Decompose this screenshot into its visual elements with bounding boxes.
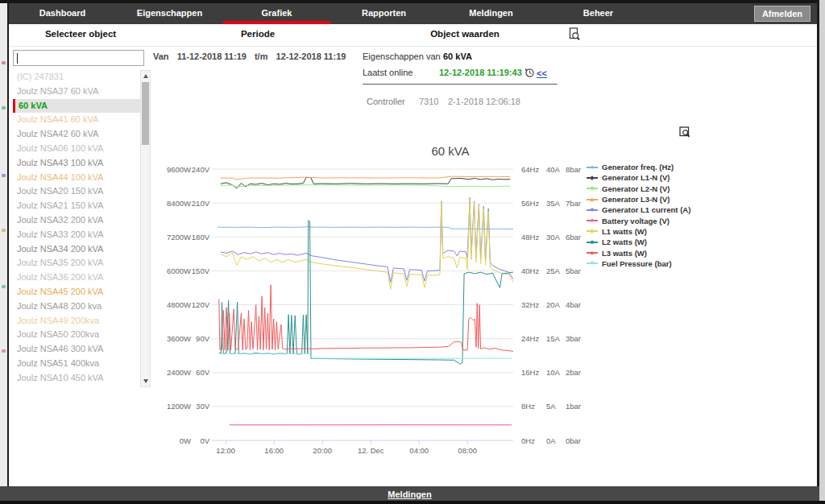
legend-label: L3 watts (W) [602,249,647,258]
object-waarden-divider [363,84,558,85]
text-caret [17,53,18,64]
search-input[interactable] [13,50,144,66]
y-axis-label-bar: 2bar [566,368,581,377]
y-axis-label-Hz: 48Hz [521,233,539,242]
object-list-item[interactable]: Joulz NSA42 60 kVA [13,127,140,142]
object-list-item[interactable]: Joulz NSA32 200 kVA [13,213,140,228]
legend-item[interactable]: ■Generator L2-N (V) [587,184,690,194]
legend-item[interactable]: ▼Generator L1 current (A) [587,204,690,215]
controller-date: 2-1-2018 12:06:18 [448,97,520,106]
object-list-item[interactable]: Joulz NSA45 200 kVA [13,285,140,300]
triangle-marker-icon: ▲ [587,199,598,200]
y-axis-label-Hz: 0Hz [521,436,535,445]
generator-chart[interactable]: 9600W240V64Hz40A8bar8400W210V56Hz35A7bar… [157,143,584,465]
history-back-link[interactable]: << [537,68,547,78]
object-list-item[interactable]: Joulz NSA37 60 kVA [13,85,140,99]
object-list-item[interactable]: Joulz NSA51 400kva [13,357,140,371]
object-list-item[interactable]: Joulz NSA21 150 kVA [13,199,140,213]
laatst-online-label: Laatst online [363,68,412,77]
object-list-item[interactable]: Joulz NSA41 60 kVA [13,113,140,127]
legend-label: Generator L3-N (V) [602,195,670,204]
object-list-item[interactable]: Joulz NSA06 100 kVA [13,142,140,156]
legend-label: Fuel Pressure (bar) [602,259,672,268]
y-axis-label-W: 2400W [167,368,191,377]
y-axis-label-Hz: 56Hz [521,199,539,208]
y-axis-label-Hz: 24Hz [521,334,539,343]
square-marker-icon: ■ [587,242,598,243]
nav-tab-eigenschappen[interactable]: Eigenschappen [116,3,223,24]
edge-artifact [2,174,6,177]
app-window: DashboardEigenschappenGrafiekRapportenMe… [0,0,825,504]
periode-from-value[interactable]: 11-12-2018 11:19 [177,52,247,61]
legend-item[interactable]: ●Battery voltage (V) [587,215,690,225]
circle-marker-icon: ● [587,167,598,168]
object-list-item[interactable]: Joulz NSA46 300 kVA [13,342,140,357]
object-list-scrollbar[interactable] [140,70,151,387]
y-axis-label-V: 120V [192,300,210,309]
y-axis-label-A: 15A [546,334,561,343]
legend-item[interactable]: ▲Generator L3-N (V) [587,194,690,204]
meldingen-link[interactable]: Meldingen [388,490,431,499]
y-axis-label-V: 240V [192,165,210,174]
scrollbar-up-button[interactable] [141,71,150,81]
logout-button[interactable]: Afmelden [754,6,810,22]
edge-artifact [2,285,6,288]
nav-tab-dashboard[interactable]: Dashboard [9,3,116,24]
legend-label: Generator freq. (Hz) [602,163,674,171]
legend-item[interactable]: ▼Fuel Pressure (bar) [587,258,690,269]
legend-item[interactable]: ◆L1 watts (W) [587,226,690,237]
y-axis-label-W: 3600W [167,334,191,343]
object-list-item[interactable]: Joulz NSA34 200 kVA [13,242,140,257]
y-axis-label-V: 210V [192,199,210,208]
y-axis-label-V: 180V [192,233,210,242]
square-marker-icon: ■ [587,188,598,189]
periode-tm-label: t/m [255,52,268,61]
y-axis-label-Hz: 8Hz [521,402,535,411]
nav-tab-meldingen[interactable]: Meldingen [437,3,545,24]
x-axis-label: 12:00 [216,446,235,455]
object-list-item[interactable]: 60 kVA [13,99,140,114]
triangle-down-marker-icon: ▼ [587,262,598,264]
object-list-item[interactable]: Joulz NSA49 200kva [13,314,140,328]
legend-item[interactable]: ●Generator freq. (Hz) [587,162,690,172]
legend-item[interactable]: ▲L3 watts (W) [587,247,690,258]
y-axis-label-V: 30V [196,402,210,411]
object-list-item[interactable]: Joulz NSA48 200 kva [13,300,140,314]
object-list-item[interactable]: Joulz NSA44 100 kVA [13,171,140,185]
y-axis-label-A: 40A [546,165,561,174]
legend-item[interactable]: ■L2 watts (W) [587,237,690,247]
nav-tab-rapporten[interactable]: Rapporten [330,3,437,24]
legend-label: Generator L1-N (V) [602,173,670,182]
y-axis-label-bar: 7bar [566,199,581,208]
object-list-item[interactable]: (IC) 247831 [13,70,140,85]
series-V [221,178,511,188]
object-list-item[interactable]: Joulz NSA33 200 kVA [13,228,140,242]
y-axis-label-A: 20A [546,300,561,309]
periode-to-value[interactable]: 12-12-2018 11:19 [276,52,346,61]
print-preview-icon[interactable] [569,27,580,41]
object-list-item[interactable]: Joulz NSA50 200kva [13,328,140,342]
legend-label: Generator L1 current (A) [602,205,690,214]
window-border-left [7,0,9,504]
x-axis-label: 16:00 [264,446,284,455]
object-list-item[interactable]: Joulz NSA36 200 kVA [13,271,140,285]
object-list-item[interactable]: Joulz NSA35 200 kVA [13,256,140,271]
history-clock-icon[interactable] [524,68,534,77]
chart-legend: ●Generator freq. (Hz)◆Generator L1-N (V)… [587,162,690,269]
object-list-item[interactable]: Joulz NSA20 150 kVA [13,184,140,199]
nav-tab-grafiek[interactable]: Grafiek [223,3,330,24]
y-axis-label-bar: 6bar [566,233,581,242]
edge-artifact [2,349,6,353]
legend-item[interactable]: ◆Generator L1-N (V) [587,172,690,183]
object-list-item[interactable]: Joulz NSA43 100 kVA [13,156,140,171]
scrollbar-thumb[interactable] [142,82,149,145]
y-axis-label-W: 9600W [167,165,191,174]
y-axis-label-bar: 0bar [566,436,581,445]
top-nav-bar: DashboardEigenschappenGrafiekRapportenMe… [9,3,817,24]
scrollbar-down-button[interactable] [141,376,150,386]
chart-zoom-icon[interactable] [679,126,690,138]
object-list-item[interactable]: Joulz NSA10 450 kVA [13,371,140,386]
edge-artifact [2,61,6,64]
nav-tab-beheer[interactable]: Beheer [545,3,652,24]
y-axis-label-V: 90V [196,334,210,343]
